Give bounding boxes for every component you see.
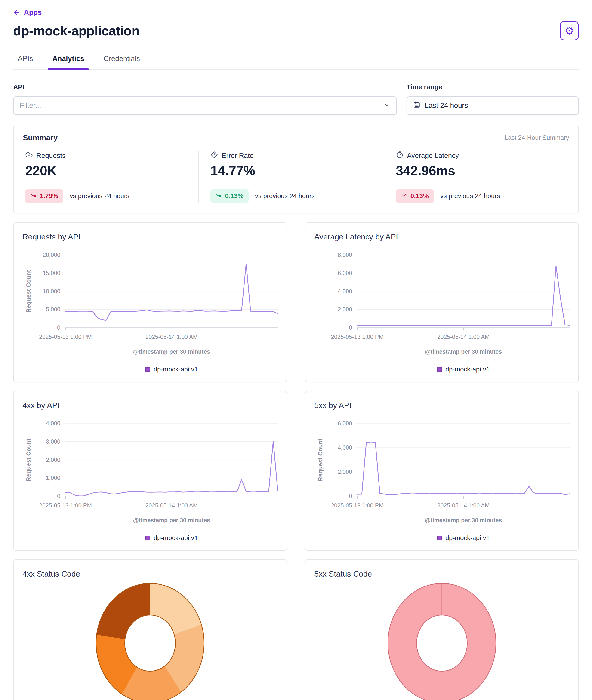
y-axis-ticks: 01,0002,0003,0004,000 — [35, 423, 65, 496]
time-range-value: Last 24 hours — [425, 102, 572, 110]
legend-label: dp-mock-api v1 — [154, 366, 198, 373]
y-tick-label: 4,000 — [338, 444, 352, 451]
metric-value: 220K — [25, 163, 198, 178]
y-tick-label: 1,000 — [46, 475, 60, 481]
donut-hole — [125, 615, 176, 671]
x-tick-mark — [463, 496, 464, 499]
x-axis-title: @timestamp per 30 minutes — [65, 348, 278, 355]
donut-chart-4xx — [96, 583, 204, 700]
legend-item[interactable]: dp-mock-api v1 — [65, 366, 278, 373]
metric-requests: Requests 220K 1.79% vs previous 24 hours — [23, 151, 198, 203]
x-tick-label: 2025-05-13 1:00 PM — [331, 502, 384, 509]
x-tick-mark — [463, 328, 464, 330]
x-tick-mark — [357, 496, 358, 499]
x-axis-ticks: 2025-05-13 1:00 PM2025-05-14 1:00 AM — [65, 502, 278, 510]
y-tick-label: 2,000 — [338, 469, 352, 475]
chart-card-4xx-status-code: 4xx Status Code 400401403404408 — [13, 559, 287, 700]
donut-hole — [416, 615, 467, 671]
title-row: dp-mock-application ⚙ — [13, 21, 579, 40]
donut-slice-divider — [442, 584, 442, 615]
donut-chart-5xx — [388, 583, 496, 700]
y-tick-label: 6,000 — [338, 420, 352, 427]
analytics-page: Apps dp-mock-application ⚙ APIs Analytic… — [0, 0, 592, 700]
x-tick-mark — [171, 496, 172, 499]
y-tick-label: 0 — [57, 493, 60, 499]
metric-label: Requests — [36, 152, 66, 160]
trending-down-icon — [30, 192, 37, 200]
metric-error-rate: Error Rate 14.77% 0.13% vs previous 24 h… — [198, 151, 384, 203]
delta-note: vs previous 24 hours — [69, 192, 129, 200]
time-range-label: Time range — [406, 83, 579, 91]
alert-diamond-icon — [210, 151, 218, 160]
summary-card: Summary Last 24-Hour Summary Requests 22… — [13, 125, 579, 213]
line-chart-requests: Request Count 05,00010,00015,00020,000 2… — [22, 255, 278, 373]
chart-title: Requests by API — [22, 232, 278, 241]
line-chart-5xx: Request Count 02,0004,0006,000 2025-05-1… — [314, 423, 570, 542]
x-tick-mark — [65, 328, 66, 330]
chevron-down-icon — [383, 101, 390, 110]
settings-button[interactable]: ⚙ — [560, 21, 579, 40]
chart-title: 4xx by API — [22, 401, 278, 410]
y-tick-label: 5,000 — [46, 306, 60, 313]
y-axis-label: Request Count — [22, 423, 35, 496]
page-title: dp-mock-application — [13, 23, 140, 38]
tab-credentials[interactable]: Credentials — [99, 55, 145, 69]
delta-badge: 0.13% — [396, 189, 434, 203]
time-range-select[interactable]: Last 24 hours — [406, 96, 579, 115]
legend-swatch — [145, 367, 150, 372]
api-filter-label: API — [13, 83, 397, 91]
api-filter-select[interactable]: Filter... — [13, 96, 397, 115]
y-axis-ticks: 02,0004,0006,0008,000 — [326, 255, 357, 328]
y-tick-label: 8,000 — [338, 252, 352, 258]
legend-swatch — [145, 536, 150, 540]
delta-note: vs previous 24 hours — [440, 192, 500, 200]
legend-item[interactable]: dp-mock-api v1 — [357, 534, 570, 542]
y-tick-label: 10,000 — [43, 288, 60, 294]
x-axis-ticks: 2025-05-13 1:00 PM2025-05-14 1:00 AM — [65, 334, 278, 342]
x-tick-label: 2025-05-14 1:00 AM — [437, 502, 490, 509]
tab-analytics[interactable]: Analytics — [48, 55, 89, 69]
legend-label: dp-mock-api v1 — [445, 534, 490, 542]
calendar-icon — [413, 101, 421, 110]
chart-card-5xx-by-api: 5xx by API Request Count 02,0004,0006,00… — [305, 391, 579, 551]
y-axis-ticks: 02,0004,0006,000 — [326, 423, 357, 496]
chart-card-average-latency-by-api: Average Latency by API 02,0004,0006,0008… — [305, 222, 579, 382]
x-tick-label: 2025-05-13 1:00 PM — [39, 334, 92, 340]
line-chart-plot — [65, 255, 278, 328]
x-tick-mark — [357, 328, 358, 330]
y-tick-label: 0 — [57, 324, 60, 331]
legend-item[interactable]: dp-mock-api v1 — [357, 366, 570, 373]
x-axis-ticks: 2025-05-13 1:00 PM2025-05-14 1:00 AM — [357, 334, 570, 342]
y-tick-label: 4,000 — [46, 420, 60, 427]
clock-icon — [396, 151, 403, 160]
line-chart-plot — [65, 423, 278, 496]
charts-grid: Requests by API Request Count 05,00010,0… — [13, 222, 579, 700]
x-axis-title: @timestamp per 30 minutes — [65, 517, 278, 524]
back-to-apps-link[interactable]: Apps — [13, 8, 42, 17]
y-axis-label — [314, 255, 326, 328]
x-tick-label: 2025-05-14 1:00 AM — [145, 502, 198, 509]
summary-title: Summary — [23, 133, 58, 142]
delta-badge: 0.13% — [210, 189, 248, 203]
api-filter-placeholder: Filter... — [20, 102, 383, 110]
tab-apis[interactable]: APIs — [13, 55, 38, 69]
trending-down-icon — [215, 192, 222, 200]
x-axis-ticks: 2025-05-13 1:00 PM2025-05-14 1:00 AM — [357, 502, 570, 510]
y-tick-label: 0 — [349, 324, 352, 331]
metric-label: Average Latency — [407, 152, 459, 160]
delta-note: vs previous 24 hours — [255, 192, 315, 200]
y-axis-label: Request Count — [314, 423, 326, 496]
legend-item[interactable]: dp-mock-api v1 — [65, 534, 278, 542]
x-tick-label: 2025-05-13 1:00 PM — [39, 502, 92, 509]
trending-up-icon — [401, 192, 407, 200]
legend-swatch — [437, 367, 442, 372]
y-tick-label: 2,000 — [46, 456, 60, 463]
line-chart-plot — [357, 423, 570, 496]
x-tick-label: 2025-05-14 1:00 AM — [145, 334, 198, 340]
y-tick-label: 3,000 — [46, 438, 60, 445]
cloud-icon — [25, 151, 33, 160]
chart-title: 5xx by API — [314, 401, 570, 410]
summary-subtitle: Last 24-Hour Summary — [505, 134, 569, 142]
chart-title: Average Latency by API — [314, 232, 570, 241]
back-arrow-icon — [13, 9, 20, 16]
